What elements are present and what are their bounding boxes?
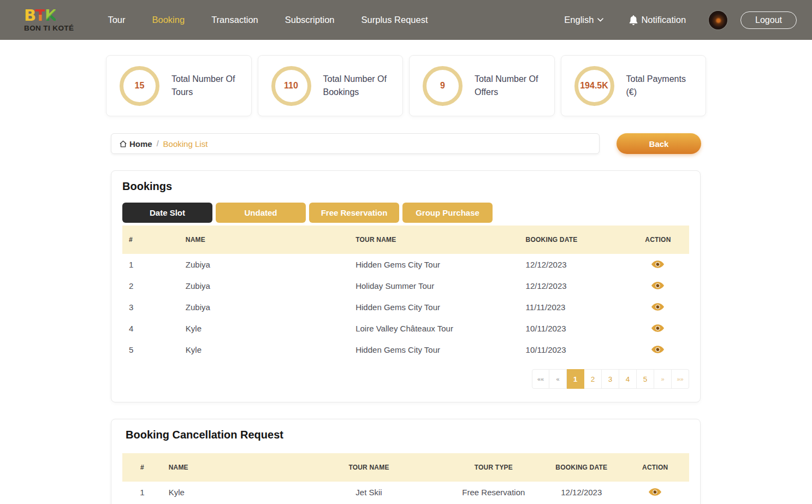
cell-num: 5 <box>122 339 179 360</box>
eye-icon <box>651 262 664 270</box>
cell-tour: Hidden Gems City Tour <box>349 339 519 360</box>
cell-tour: Hidden Gems City Tour <box>349 297 519 318</box>
nav-item-booking[interactable]: Booking <box>152 15 185 25</box>
col-header-num: # <box>122 453 162 482</box>
nav-item-transaction[interactable]: Transaction <box>211 15 258 25</box>
pagination-page-1[interactable]: 1 <box>567 369 584 389</box>
tab-group-purchase[interactable]: Group Purchase <box>402 203 493 223</box>
stat-card-bookings: 110 Total Number Of Bookings <box>258 55 404 116</box>
pagination-page-5[interactable]: 5 <box>637 369 654 389</box>
cell-tour-type: Free Reservation <box>446 482 542 503</box>
col-header-tour-name: TOUR NAME <box>349 226 519 254</box>
view-booking-button[interactable] <box>650 281 665 290</box>
cell-name: Zubiya <box>179 275 349 297</box>
pagination-page-3[interactable]: 3 <box>602 369 619 389</box>
logo-letter-b: B <box>24 8 35 23</box>
view-booking-button[interactable] <box>650 345 665 354</box>
view-booking-button[interactable] <box>650 302 665 312</box>
logo-letter-k: K <box>45 8 56 23</box>
stat-circle: 110 <box>271 66 311 106</box>
top-navbar: B T K BON TI KOTÉ Tour Booking Transacti… <box>0 0 812 40</box>
brand-logo[interactable]: B T K BON TI KOTÉ <box>24 8 74 32</box>
view-booking-button[interactable] <box>650 323 665 333</box>
col-header-booking-date: BOOKING DATE <box>519 226 627 254</box>
stat-circle: 15 <box>120 66 159 106</box>
col-header-action: ACTION <box>627 226 689 254</box>
pagination-page-2[interactable]: 2 <box>584 369 602 389</box>
tab-undated[interactable]: Undated <box>216 203 306 223</box>
pagination-page-4[interactable]: 4 <box>619 369 637 389</box>
cell-num: 4 <box>122 318 179 339</box>
tab-free-reservation[interactable]: Free Reservation <box>309 203 399 223</box>
pagination-prev[interactable]: « <box>549 369 567 389</box>
stat-circle: 194.5K <box>574 66 614 106</box>
eye-icon <box>649 489 661 497</box>
page-content: 15 Total Number Of Tours 110 Total Numbe… <box>0 55 812 504</box>
language-selector[interactable]: English <box>564 15 603 25</box>
navbar-right: English Notification Logout <box>564 11 797 29</box>
main-nav: Tour Booking Transaction Subscription Su… <box>108 15 428 25</box>
cell-tour: Jet Skii <box>292 482 445 503</box>
bell-icon <box>629 15 638 25</box>
stat-label: Total Number Of Bookings <box>323 73 392 99</box>
eye-icon <box>651 283 664 291</box>
breadcrumb-home-link[interactable]: Home <box>119 139 152 149</box>
cell-tour: Hidden Gems City Tour <box>349 254 519 275</box>
brand-name: BON TI KOTÉ <box>24 24 74 32</box>
breadcrumb-separator: / <box>157 139 159 148</box>
bookings-panel: Bookings Date Slot Undated Free Reservat… <box>111 170 701 402</box>
cell-name: Kyle <box>179 318 349 339</box>
eye-icon <box>651 325 664 334</box>
view-booking-button[interactable] <box>650 259 665 269</box>
home-icon <box>119 140 127 148</box>
notification-label: Notification <box>641 15 686 25</box>
nav-item-subscription[interactable]: Subscription <box>285 15 335 25</box>
table-row: 1 Kyle Jet Skii Free Reservation 12/12/2… <box>122 482 689 503</box>
tab-date-slot[interactable]: Date Slot <box>122 203 212 223</box>
stat-label: Total Payments (€) <box>626 73 695 99</box>
cell-num: 1 <box>122 254 179 275</box>
cell-date: 12/12/2023 <box>519 254 627 275</box>
stat-label: Total Number Of Tours <box>171 73 240 99</box>
cell-name: Zubiya <box>179 297 349 318</box>
bookings-panel-title: Bookings <box>122 180 689 193</box>
cell-date: 10/11/2023 <box>519 318 627 339</box>
cell-name: Zubiya <box>179 254 349 275</box>
col-header-name: NAME <box>162 453 293 482</box>
col-header-tour-type: TOUR TYPE <box>446 453 542 482</box>
logout-button[interactable]: Logout <box>740 11 797 29</box>
pagination-next[interactable]: » <box>654 369 672 389</box>
stat-value: 110 <box>284 81 298 91</box>
table-header-row: # NAME TOUR NAME BOOKING DATE ACTION <box>122 226 689 254</box>
notification-button[interactable]: Notification <box>629 15 686 25</box>
pagination-last[interactable]: »» <box>672 369 689 389</box>
cell-name: Kyle <box>179 339 349 360</box>
pagination-first[interactable]: «« <box>532 369 549 389</box>
cell-date: 10/11/2023 <box>519 339 627 360</box>
cell-date: 12/12/2023 <box>542 482 621 503</box>
nav-item-surplus-request[interactable]: Surplus Request <box>361 15 428 25</box>
avatar[interactable] <box>709 11 727 29</box>
stat-card-offers: 9 Total Number Of Offers <box>409 55 555 116</box>
cancellation-panel-title: Booking Cancellation Request <box>122 429 689 441</box>
breadcrumb-row: Home / Booking List Back <box>111 133 701 154</box>
view-cancellation-button[interactable] <box>648 487 662 497</box>
eye-icon <box>651 347 664 355</box>
col-header-tour-name: TOUR NAME <box>292 453 445 482</box>
table-row: 5 Kyle Hidden Gems City Tour 10/11/2023 <box>122 339 689 360</box>
nav-item-tour[interactable]: Tour <box>108 15 125 25</box>
stat-circle: 9 <box>423 66 463 106</box>
col-header-num: # <box>122 226 179 254</box>
col-header-action: ACTION <box>621 453 689 482</box>
cancellation-table: # NAME TOUR NAME TOUR TYPE BOOKING DATE … <box>122 453 689 503</box>
cell-num: 1 <box>122 482 162 503</box>
back-button[interactable]: Back <box>617 133 701 154</box>
stat-value: 194.5K <box>580 81 608 91</box>
logo-letter-t: T <box>35 8 45 23</box>
booking-type-tabs: Date Slot Undated Free Reservation Group… <box>122 203 689 223</box>
stats-row: 15 Total Number Of Tours 110 Total Numbe… <box>106 55 706 116</box>
bookings-table: # NAME TOUR NAME BOOKING DATE ACTION 1 Z… <box>122 226 689 360</box>
stat-card-payments: 194.5K Total Payments (€) <box>561 55 707 116</box>
stat-label: Total Number Of Offers <box>475 73 543 99</box>
cell-name: Kyle <box>162 482 293 503</box>
